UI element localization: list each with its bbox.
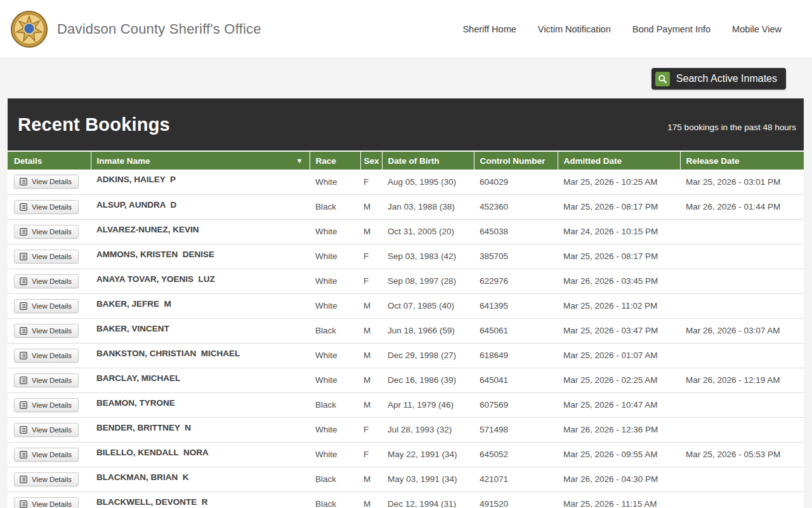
table-row: View Details ADKINS, HAILEY P White F Au…: [8, 170, 804, 194]
details-cell: View Details: [8, 442, 91, 467]
view-details-button[interactable]: View Details: [14, 200, 79, 214]
sex-cell: M: [360, 194, 382, 219]
section-title: Recent Bookings: [18, 114, 170, 135]
table-row: View Details BANKSTON, CHRISTIAN MICHAEL…: [8, 343, 804, 368]
details-cell: View Details: [8, 368, 91, 392]
control-number-cell: 604029: [474, 170, 558, 194]
nav-mobile-view[interactable]: Mobile View: [732, 24, 782, 34]
admitted-date-cell: Mar 25, 2026 - 10:47 AM: [558, 392, 680, 417]
bookings-tbody: View Details ADKINS, HAILEY P White F Au…: [8, 170, 804, 508]
view-details-button[interactable]: View Details: [14, 472, 79, 486]
inmate-name-cell: BENDER, BRITTNEY N: [91, 417, 310, 442]
control-number-cell: 491520: [474, 491, 558, 508]
view-details-button[interactable]: View Details: [14, 349, 79, 363]
release-date-cell: [680, 467, 804, 491]
view-details-label: View Details: [32, 228, 72, 236]
control-number-cell: 622976: [474, 269, 558, 293]
date-of-birth-cell: Dec 16, 1986 (39): [382, 368, 474, 392]
magnifier-icon: [655, 72, 670, 86]
date-of-birth-cell: Oct 31, 2005 (20): [382, 219, 474, 244]
sex-cell: M: [360, 343, 382, 368]
panel-header: Recent Bookings 175 bookings in the past…: [8, 98, 804, 150]
view-details-button[interactable]: View Details: [14, 448, 79, 462]
view-details-button[interactable]: View Details: [14, 225, 79, 239]
release-date-cell: Mar 25, 2026 - 05:53 PM: [680, 442, 804, 467]
table-row: View Details ALSUP, AUNDRA D Black M Jan…: [8, 194, 804, 219]
sex-cell: M: [360, 392, 382, 417]
release-date-cell: [680, 343, 804, 368]
date-of-birth-cell: Jun 18, 1966 (59): [382, 318, 474, 343]
column-header-race[interactable]: Race: [310, 151, 360, 170]
date-of-birth-cell: Apr 11, 1979 (46): [382, 392, 474, 417]
control-number-cell: 452360: [474, 194, 558, 219]
view-details-button[interactable]: View Details: [14, 299, 79, 313]
admitted-date-cell: Mar 25, 2026 - 11:15 AM: [558, 491, 680, 508]
admitted-date-cell: Mar 25, 2026 - 08:17 PM: [558, 244, 680, 269]
table-row: View Details BEAMON, TYRONE Black M Apr …: [8, 392, 804, 417]
date-of-birth-cell: Jan 03, 1988 (38): [382, 194, 474, 219]
view-details-button[interactable]: View Details: [14, 250, 79, 264]
nav-sheriff-home[interactable]: Sheriff Home: [462, 24, 516, 34]
control-number-cell: 645052: [474, 442, 558, 467]
race-cell: Black: [310, 467, 360, 491]
view-details-label: View Details: [32, 178, 72, 185]
nav-victim-notification[interactable]: Victim Notification: [538, 24, 611, 34]
race-cell: White: [310, 219, 360, 244]
race-cell: Black: [310, 318, 360, 343]
nav-bond-payment-info[interactable]: Bond Payment Info: [632, 24, 710, 34]
view-details-button[interactable]: View Details: [14, 175, 79, 189]
table-row: View Details BARCLAY, MICHAEL White M De…: [8, 368, 804, 392]
column-header-release-date[interactable]: Release Date: [680, 151, 804, 170]
view-details-label: View Details: [32, 203, 72, 211]
release-date-cell: Mar 26, 2026 - 12:19 AM: [680, 368, 804, 392]
inmate-name-cell: BEAMON, TYRONE: [91, 392, 310, 417]
view-details-button[interactable]: View Details: [14, 497, 79, 508]
sex-cell: M: [360, 368, 382, 392]
control-number-cell: 385705: [474, 244, 558, 269]
release-date-cell: [680, 293, 804, 318]
sex-cell: F: [360, 244, 382, 269]
race-cell: White: [310, 293, 360, 318]
column-header-admitted-date[interactable]: Admitted Date: [558, 151, 680, 170]
search-active-inmates-button[interactable]: Search Active Inmates: [652, 68, 786, 90]
admitted-date-cell: Mar 25, 2026 - 10:25 AM: [558, 170, 680, 194]
view-details-button[interactable]: View Details: [14, 324, 79, 338]
table-row: View Details AMMONS, KRISTEN DENISE Whit…: [8, 244, 804, 269]
view-details-label: View Details: [32, 451, 72, 458]
release-date-cell: [680, 491, 804, 508]
sort-descending-icon[interactable]: ▼: [296, 157, 303, 164]
race-cell: White: [310, 417, 360, 442]
control-number-cell: 421071: [474, 467, 558, 491]
sex-cell: F: [360, 269, 382, 293]
column-header-details[interactable]: Details: [8, 151, 91, 170]
list-icon: [20, 277, 27, 285]
release-date-cell: Mar 26, 2026 - 03:07 AM: [680, 318, 804, 343]
control-number-cell: 645041: [474, 368, 558, 392]
search-row: Search Active Inmates: [8, 68, 804, 90]
column-header-control-number[interactable]: Control Number: [474, 151, 558, 170]
column-header-inmate-name[interactable]: Inmate Name ▼: [91, 151, 310, 170]
list-icon: [20, 253, 27, 260]
sex-cell: F: [360, 170, 382, 194]
sex-cell: M: [360, 318, 382, 343]
column-header-sex[interactable]: Sex: [360, 151, 382, 170]
table-row: View Details BAKER, VINCENT Black M Jun …: [8, 318, 804, 343]
bookings-table: Details Inmate Name ▼ Race Sex Date of B…: [8, 150, 804, 508]
details-cell: View Details: [8, 170, 91, 194]
race-cell: Black: [310, 491, 360, 508]
control-number-cell: 641395: [474, 293, 558, 318]
inmate-name-cell: BILELLO, KENDALL NORA: [91, 442, 310, 467]
view-details-button[interactable]: View Details: [14, 373, 79, 387]
view-details-button[interactable]: View Details: [14, 398, 79, 412]
race-cell: White: [310, 343, 360, 368]
race-cell: White: [310, 269, 360, 293]
list-icon: [20, 327, 27, 335]
view-details-button[interactable]: View Details: [14, 274, 79, 288]
date-of-birth-cell: Dec 12, 1994 (31): [382, 491, 474, 508]
date-of-birth-cell: Aug 05, 1995 (30): [382, 170, 474, 194]
release-date-cell: [680, 269, 804, 293]
view-details-button[interactable]: View Details: [14, 423, 79, 437]
brand: Davidson County Sheriff's Office: [10, 10, 261, 48]
date-of-birth-cell: Oct 07, 1985 (40): [382, 293, 474, 318]
column-header-date-of-birth[interactable]: Date of Birth: [382, 151, 474, 170]
